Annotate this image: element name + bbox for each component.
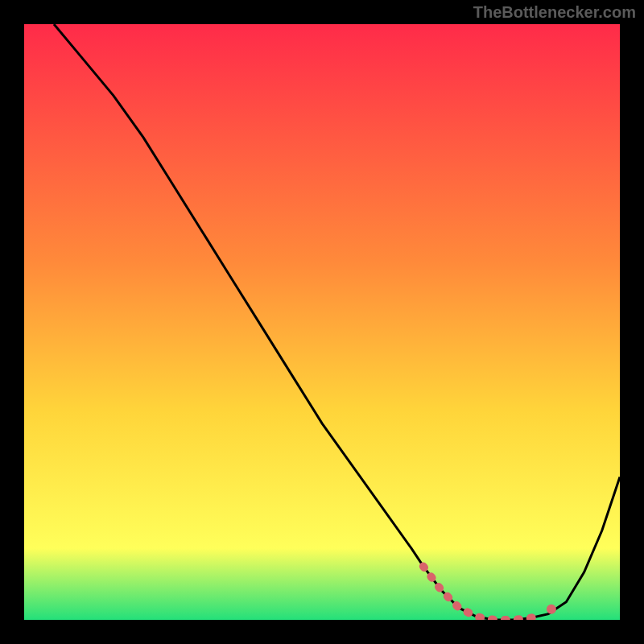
highlight-extra-dot [547, 605, 556, 614]
watermark-text: TheBottlenecker.com [473, 3, 636, 22]
chart-svg [24, 24, 620, 620]
chart-plot-area [24, 24, 620, 620]
gradient-background [24, 24, 620, 620]
